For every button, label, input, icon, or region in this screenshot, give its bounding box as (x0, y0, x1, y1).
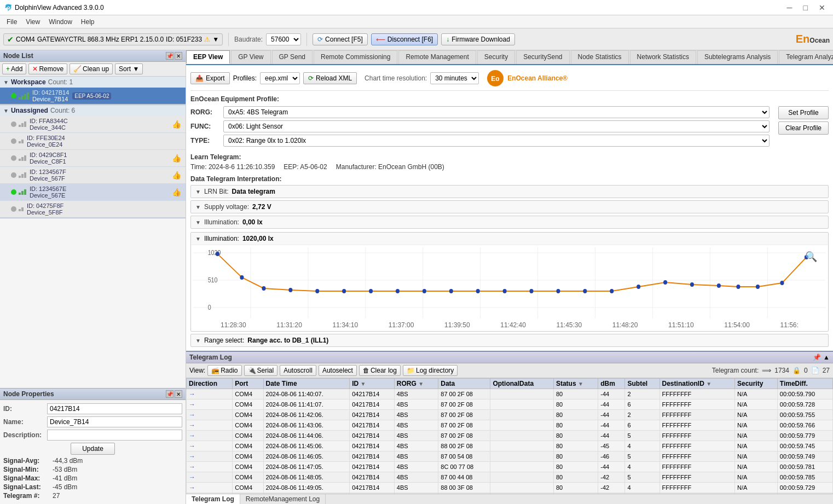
table-row[interactable]: → COM4 2024-08-06 11:43:06. 04217B14 4BS… (187, 420, 833, 431)
cell-status: 80 (553, 399, 598, 410)
cell-status: 80 (553, 441, 598, 451)
node-list-pin-button[interactable]: 📌 (166, 52, 173, 60)
serial-button[interactable]: 🔌 Serial (244, 365, 278, 376)
clear-profile-button[interactable]: Clear Profile (778, 121, 829, 135)
bar1 (19, 159, 21, 161)
dropdown-icon[interactable]: ▼ (212, 36, 219, 43)
table-row[interactable]: → COM4 2024-08-06 11:41:07. 04217B14 4BS… (187, 399, 833, 410)
cell-port: COM4 (233, 410, 263, 420)
remove-node-button[interactable]: ✕ Remove (28, 63, 67, 74)
maximize-button[interactable]: □ (800, 2, 811, 13)
menu-window[interactable]: Window (44, 17, 77, 27)
update-button[interactable]: Update (71, 443, 115, 455)
thumb-icon: 👍 (172, 171, 181, 179)
log-dir-label: Log directory (416, 367, 454, 374)
supply-value: 2,72 V (252, 203, 271, 211)
chart-res-select[interactable]: 30 minutes (430, 72, 479, 84)
cell-timediff: 00:00:59.766 (777, 420, 832, 431)
node-item[interactable]: ID: FFA8344C Device_344C 👍 (0, 116, 186, 133)
add-node-button[interactable]: + Add (2, 63, 26, 74)
thumb-icon: 👍 (172, 188, 181, 196)
baud-select[interactable]: 57600 (266, 33, 301, 45)
bar2 (21, 174, 24, 178)
signal-avg-row: Signal-Avg: -44,3 dBm (3, 457, 182, 465)
minimize-button[interactable]: ─ (784, 2, 796, 13)
rorg-select[interactable]: 0xA5: 4BS Telegram (223, 106, 770, 118)
table-row[interactable]: → COM4 2024-08-06 11:46:05. 04217B14 4BS… (187, 451, 833, 462)
node-item[interactable]: ID: 0429C8F1 Device_C8F1 👍 (0, 150, 186, 167)
node-item[interactable]: ID: 04275F8F Device_5F8F (0, 201, 186, 218)
node-list-close-button[interactable]: ✕ (175, 52, 182, 60)
unassigned-header[interactable]: ▼ Unassigned Count: 6 (0, 105, 186, 116)
cell-optdata (490, 410, 554, 420)
id-input[interactable] (47, 403, 182, 414)
disconnect-label: Disconnect [F6] (387, 36, 433, 43)
svg-point-18 (216, 252, 219, 256)
lrn-header[interactable]: ▼ LRN Bit: Data telegram (191, 186, 828, 198)
connect-button[interactable]: ⟳ Connect [F5] (313, 33, 368, 45)
tl-tab-remote[interactable]: RemoteManagement Log (240, 494, 326, 504)
time-3: 11:34:10 (333, 321, 358, 329)
node-item[interactable]: ID: 1234567E Device_567E 👍 (0, 184, 186, 201)
disconnect-button[interactable]: ⟵ Disconnect [F6] (371, 33, 438, 45)
reload-button[interactable]: ⟳ Reload XML (303, 72, 357, 84)
autoselect-button[interactable]: Autoselect (319, 365, 357, 376)
tab-remote-management[interactable]: Remote Management (398, 50, 476, 64)
table-row[interactable]: → COM4 2024-08-06 11:42:06. 04217B14 4BS… (187, 410, 833, 420)
node-item[interactable]: ID: 1234567F Device_567F 👍 (0, 167, 186, 184)
menu-file[interactable]: File (2, 17, 21, 27)
zoom-icon[interactable]: 🔍 (805, 251, 817, 263)
status-dot (11, 206, 16, 212)
arrow-right-count: ⟹ (762, 367, 771, 374)
node-props-close-button[interactable]: ✕ (175, 390, 182, 398)
description-input[interactable] (47, 430, 182, 441)
chart-header[interactable]: ▼ Illumination: 1020,00 lx (191, 233, 828, 245)
tab-network-statistics[interactable]: Network Statistics (630, 50, 696, 64)
cell-direction: → (187, 483, 233, 493)
tab-node-statistics[interactable]: Node Statistics (571, 50, 629, 64)
menu-view[interactable]: View (21, 17, 44, 27)
tab-remote-commissioning[interactable]: Remote Commissioning (314, 50, 397, 64)
profiles-select[interactable]: eep.xml (260, 72, 300, 84)
firmware-button[interactable]: ↓ Firmware Download (441, 33, 515, 45)
tab-gp-send[interactable]: GP Send (272, 50, 313, 64)
log-directory-button[interactable]: 📁 Log directory (403, 365, 458, 376)
cleanup-button[interactable]: 🧹 Clean up (70, 63, 113, 74)
tab-security-send[interactable]: SecuritySend (516, 50, 569, 64)
table-row[interactable]: → COM4 2024-08-06 11:44:06. 04217B14 4BS… (187, 431, 833, 441)
node-item[interactable]: ID: 04217B14 Device_7B14 EEP A5-06-02 (0, 88, 186, 105)
name-label: Name: (3, 418, 47, 426)
tab-security[interactable]: Security (477, 50, 515, 64)
func-select[interactable]: 0x06: Light Sensor (223, 120, 770, 132)
supply-arrow: ▼ (195, 204, 201, 210)
table-row[interactable]: → COM4 2024-08-06 11:40:07. 04217B14 4BS… (187, 389, 833, 399)
set-profile-button[interactable]: Set Profile (778, 106, 829, 119)
close-button[interactable]: ✕ (815, 2, 829, 13)
tab-telegram-analyzer[interactable]: Telegram Analyzer (779, 50, 833, 64)
clear-log-button[interactable]: 🗑 Clear log (359, 365, 401, 376)
autoscroll-button[interactable]: Autoscroll (280, 365, 316, 376)
name-input[interactable] (47, 416, 182, 427)
range-select-row: ▼ Range select: Range acc. to DB_1 (ILL1… (190, 334, 829, 347)
export-button[interactable]: 📤 Export (190, 72, 230, 84)
node-props-pin-button[interactable]: 📌 (166, 390, 173, 398)
radio-button[interactable]: 📻 Radio (207, 365, 241, 376)
supply-header[interactable]: ▼ Supply voltage: 2,72 V (191, 201, 828, 213)
table-row[interactable]: → COM4 2024-08-06 11:49:05. 04217B14 4BS… (187, 483, 833, 493)
type-select[interactable]: 0x02: Range 0lx to 1.020lx (223, 135, 770, 147)
tab-gp-view[interactable]: GP View (231, 50, 270, 64)
tab-eep-view[interactable]: EEP View (186, 50, 230, 64)
illumination-small-header[interactable]: ▼ Illumination: 0,00 lx (191, 216, 828, 228)
table-row[interactable]: → COM4 2024-08-06 11:47:05. 04217B14 4BS… (187, 462, 833, 472)
node-item[interactable]: ID: FFE30E24 Device_0E24 (0, 133, 186, 150)
table-row[interactable]: → COM4 2024-08-06 11:45:06. 04217B14 4BS… (187, 441, 833, 451)
signal-max-label: Signal-Max: (3, 474, 53, 482)
table-row[interactable]: → COM4 2024-08-06 11:48:05. 04217B14 4BS… (187, 472, 833, 483)
workspace-header[interactable]: ▼ Workspace Count: 1 (0, 77, 186, 88)
menu-help[interactable]: Help (77, 17, 99, 27)
tl-tab-log[interactable]: Telegram Log (186, 494, 240, 504)
sort-button[interactable]: Sort ▼ (115, 63, 143, 74)
node-id: ID: 1234567E (30, 186, 66, 192)
lrn-value: Data telegram (232, 188, 275, 195)
tab-subtelegrams[interactable]: Subtelegrams Analysis (697, 50, 778, 64)
